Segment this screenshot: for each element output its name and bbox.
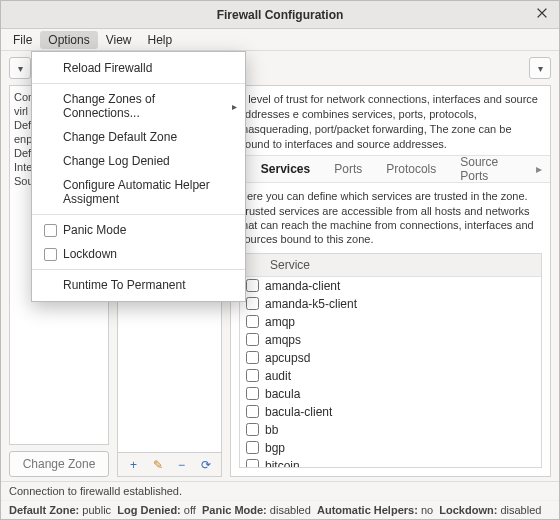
service-label: amqp [265,315,295,329]
inner-tab-strip: ◂ Services Ports Protocols Source Ports … [231,155,550,183]
service-row[interactable]: amqps [240,331,541,349]
services-description: Here you can define which services are t… [231,183,550,248]
service-label: bacula [265,387,300,401]
services-header: Service [240,254,541,277]
service-label: amqps [265,333,301,347]
service-label: amanda-k5-client [265,297,357,311]
menu-lockdown[interactable]: Lockdown [32,242,245,266]
services-scroll[interactable]: amanda-clientamanda-k5-clientamqpamqpsap… [240,277,541,467]
status-connection: Connection to firewalld established. [1,481,559,500]
menu-options[interactable]: Options [40,31,97,49]
service-row[interactable]: bitcoin [240,457,541,467]
service-checkbox[interactable] [246,387,259,400]
menu-panic-mode[interactable]: Panic Mode [32,218,245,242]
service-row[interactable]: bgp [240,439,541,457]
tab-scroll-right-icon[interactable]: ▸ [532,162,546,176]
service-checkbox[interactable] [246,315,259,328]
menubar: File Options View Help [1,29,559,51]
service-label: bb [265,423,278,437]
change-zone-button[interactable]: Change Zone [9,451,109,477]
service-label: amanda-client [265,279,340,293]
options-menu: Reload Firewalld Change Zones of Connect… [31,51,246,302]
toolbar-arrow-button[interactable]: ▾ [9,57,31,79]
service-label: bacula-client [265,405,332,419]
service-row[interactable]: amqp [240,313,541,331]
service-checkbox[interactable] [246,279,259,292]
menu-view[interactable]: View [98,31,140,49]
titlebar: Firewall Configuration [1,1,559,29]
remove-zone-icon[interactable]: − [175,458,189,472]
service-checkbox[interactable] [246,351,259,364]
tab-ports[interactable]: Ports [322,157,374,181]
service-checkbox[interactable] [246,459,259,467]
menu-change-zones-connections[interactable]: Change Zones of Connections...▸ [32,87,245,125]
service-label: audit [265,369,291,383]
menu-reload-firewalld[interactable]: Reload Firewalld [32,56,245,80]
menu-change-default-zone[interactable]: Change Default Zone [32,125,245,149]
service-label: bgp [265,441,285,455]
add-zone-icon[interactable]: + [127,458,141,472]
zone-detail-pane: e level of trust for network connections… [230,85,551,477]
menu-help[interactable]: Help [140,31,181,49]
services-header-label: Service [270,258,310,272]
menu-file[interactable]: File [5,31,40,49]
toolbar-dropdown-button[interactable]: ▾ [529,57,551,79]
zone-description: e level of trust for network connections… [231,86,550,155]
tab-protocols[interactable]: Protocols [374,157,448,181]
service-checkbox[interactable] [246,441,259,454]
menu-change-log-denied[interactable]: Change Log Denied [32,149,245,173]
service-checkbox[interactable] [246,405,259,418]
window-title: Firewall Configuration [217,8,344,22]
edit-zone-icon[interactable]: ✎ [151,458,165,472]
service-checkbox[interactable] [246,369,259,382]
tab-services[interactable]: Services [249,157,322,181]
checkbox-icon [44,224,57,237]
menu-configure-helper[interactable]: Configure Automatic Helper Assigment [32,173,245,211]
checkbox-icon [44,248,57,261]
service-row[interactable]: bacula-client [240,403,541,421]
service-row[interactable]: apcupsd [240,349,541,367]
service-checkbox[interactable] [246,423,259,436]
services-table: Service amanda-clientamanda-k5-clientamq… [239,253,542,468]
service-row[interactable]: bacula [240,385,541,403]
service-row[interactable]: audit [240,367,541,385]
close-icon[interactable] [535,6,551,22]
service-row[interactable]: amanda-client [240,277,541,295]
service-label: apcupsd [265,351,310,365]
menu-runtime-to-permanent[interactable]: Runtime To Permanent [32,273,245,297]
service-row[interactable]: bb [240,421,541,439]
service-checkbox[interactable] [246,297,259,310]
status-summary: Default Zone: public Log Denied: off Pan… [1,500,559,519]
zone-toolbar: + ✎ − ⟳ [117,453,222,477]
reload-zone-icon[interactable]: ⟳ [199,458,213,472]
window: Firewall Configuration File Options View… [0,0,560,520]
service-row[interactable]: amanda-k5-client [240,295,541,313]
service-checkbox[interactable] [246,333,259,346]
service-label: bitcoin [265,459,300,467]
